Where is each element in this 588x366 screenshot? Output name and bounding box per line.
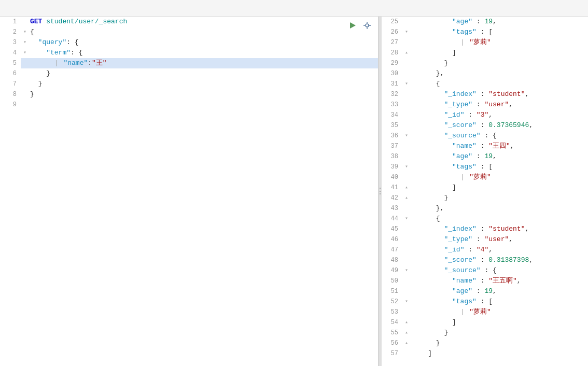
result-fold-indicator[interactable]: ▾ bbox=[402, 265, 411, 276]
editor-toolbar bbox=[347, 20, 373, 31]
result-line-55: 55▴ } bbox=[382, 328, 588, 338]
result-fold-indicator[interactable]: ▾ bbox=[402, 131, 411, 141]
result-fold-indicator bbox=[402, 245, 411, 255]
result-fold-indicator[interactable]: ▴ bbox=[402, 328, 411, 338]
result-line-number: 43 bbox=[382, 203, 402, 214]
result-content: "_index" : "student", bbox=[411, 89, 588, 100]
editor-content[interactable]: 1GET student/user/_search2▾{3▾ "query": … bbox=[0, 17, 378, 366]
result-line-number: 31 bbox=[382, 79, 402, 89]
result-line-number: 56 bbox=[382, 338, 402, 348]
wrench-icon[interactable] bbox=[361, 20, 373, 31]
editor-line-1: 1GET student/user/_search bbox=[0, 17, 378, 27]
result-content: { bbox=[411, 214, 588, 224]
result-fold-indicator[interactable]: ▴ bbox=[402, 182, 411, 193]
result-line-number: 46 bbox=[382, 234, 402, 245]
result-line-38: 38 "age" : 19, bbox=[382, 151, 588, 162]
result-fold-indicator[interactable]: ▾ bbox=[402, 79, 411, 89]
main-container: 1GET student/user/_search2▾{3▾ "query": … bbox=[0, 17, 588, 366]
fold-indicator[interactable]: ▾ bbox=[21, 48, 29, 58]
result-fold-indicator bbox=[402, 286, 411, 297]
result-line-number: 29 bbox=[382, 58, 402, 68]
result-line-number: 42 bbox=[382, 193, 402, 203]
result-content: "name" : "王五啊", bbox=[411, 276, 588, 286]
result-fold-indicator bbox=[402, 151, 411, 162]
result-content: "_type" : "user", bbox=[411, 234, 588, 245]
result-content: } bbox=[411, 58, 588, 68]
result-line-number: 28 bbox=[382, 48, 402, 58]
result-content: "_source" : { bbox=[411, 131, 588, 141]
result-content: "age" : 19, bbox=[411, 151, 588, 162]
line-content[interactable]: "term": { bbox=[29, 48, 378, 58]
result-content: "age" : 19, bbox=[411, 17, 588, 27]
result-fold-indicator bbox=[402, 141, 411, 151]
result-content: } bbox=[411, 328, 588, 338]
result-line-25: 25 "age" : 19, bbox=[382, 17, 588, 27]
result-line-36: 36▾ "_source" : { bbox=[382, 131, 588, 141]
menu-settings[interactable] bbox=[20, 7, 24, 9]
result-line-number: 47 bbox=[382, 245, 402, 255]
result-fold-indicator[interactable]: ▾ bbox=[402, 297, 411, 307]
result-line-42: 42▴ } bbox=[382, 193, 588, 203]
line-content[interactable]: } bbox=[29, 79, 378, 89]
result-line-number: 52 bbox=[382, 297, 402, 307]
fold-indicator bbox=[21, 68, 29, 79]
result-fold-indicator[interactable]: ▾ bbox=[402, 27, 411, 37]
result-fold-indicator[interactable]: ▴ bbox=[402, 193, 411, 203]
result-line-number: 44 bbox=[382, 214, 402, 224]
result-line-54: 54▴ ] bbox=[382, 317, 588, 328]
result-line-number: 39 bbox=[382, 162, 402, 172]
result-fold-indicator bbox=[402, 120, 411, 131]
result-content: ] bbox=[411, 182, 588, 193]
svg-point-1 bbox=[366, 24, 369, 27]
result-content: | "萝莉" bbox=[411, 307, 588, 317]
line-content[interactable]: } bbox=[29, 68, 378, 79]
line-content[interactable]: { bbox=[29, 27, 378, 37]
line-content[interactable]: | "name":"王" bbox=[29, 58, 378, 68]
editor-line-6: 6 } bbox=[0, 68, 378, 79]
results-content[interactable]: 25 "age" : 19,26▾ "tags" : [27 | "萝莉"28▴… bbox=[382, 17, 588, 366]
line-number: 1 bbox=[0, 17, 21, 27]
result-line-50: 50 "name" : "王五啊", bbox=[382, 276, 588, 286]
menu-help[interactable] bbox=[34, 7, 38, 9]
line-content[interactable]: "query": { bbox=[29, 37, 378, 48]
result-fold-indicator[interactable]: ▾ bbox=[402, 162, 411, 172]
result-fold-indicator[interactable]: ▴ bbox=[402, 317, 411, 328]
result-content: | "萝莉" bbox=[411, 37, 588, 48]
result-line-number: 50 bbox=[382, 276, 402, 286]
fold-indicator bbox=[21, 100, 29, 110]
result-line-number: 38 bbox=[382, 151, 402, 162]
line-content[interactable]: GET student/user/_search bbox=[29, 17, 378, 27]
result-line-number: 54 bbox=[382, 317, 402, 328]
result-line-32: 32 "_index" : "student", bbox=[382, 89, 588, 100]
line-number: 4 bbox=[0, 48, 21, 58]
line-number: 7 bbox=[0, 79, 21, 89]
result-line-number: 55 bbox=[382, 328, 402, 338]
result-fold-indicator bbox=[402, 17, 411, 27]
line-content[interactable] bbox=[29, 100, 378, 110]
result-content: "name" : "王四", bbox=[411, 141, 588, 151]
fold-indicator[interactable]: ▾ bbox=[21, 27, 29, 37]
editor-line-7: 7 } bbox=[0, 79, 378, 89]
result-line-44: 44▾ { bbox=[382, 214, 588, 224]
line-number: 3 bbox=[0, 37, 21, 48]
result-content: "_source" : { bbox=[411, 265, 588, 276]
results-panel: 25 "age" : 19,26▾ "tags" : [27 | "萝莉"28▴… bbox=[382, 17, 588, 366]
result-line-53: 53 | "萝莉" bbox=[382, 307, 588, 317]
fold-indicator[interactable]: ▾ bbox=[21, 37, 29, 48]
result-content: "tags" : [ bbox=[411, 297, 588, 307]
result-fold-indicator bbox=[402, 100, 411, 110]
editor-line-2: 2▾{ bbox=[0, 27, 378, 37]
result-fold-indicator bbox=[402, 224, 411, 234]
run-icon[interactable] bbox=[347, 20, 358, 31]
result-line-number: 51 bbox=[382, 286, 402, 297]
result-line-47: 47 "_id" : "4", bbox=[382, 245, 588, 255]
result-fold-indicator bbox=[402, 172, 411, 182]
line-content[interactable]: } bbox=[29, 89, 378, 100]
menu-history[interactable] bbox=[5, 7, 9, 9]
result-fold-indicator[interactable]: ▾ bbox=[402, 214, 411, 224]
result-content: }, bbox=[411, 203, 588, 214]
result-line-number: 40 bbox=[382, 172, 402, 182]
line-number: 9 bbox=[0, 100, 21, 110]
result-fold-indicator[interactable]: ▴ bbox=[402, 338, 411, 348]
result-fold-indicator[interactable]: ▴ bbox=[402, 48, 411, 58]
